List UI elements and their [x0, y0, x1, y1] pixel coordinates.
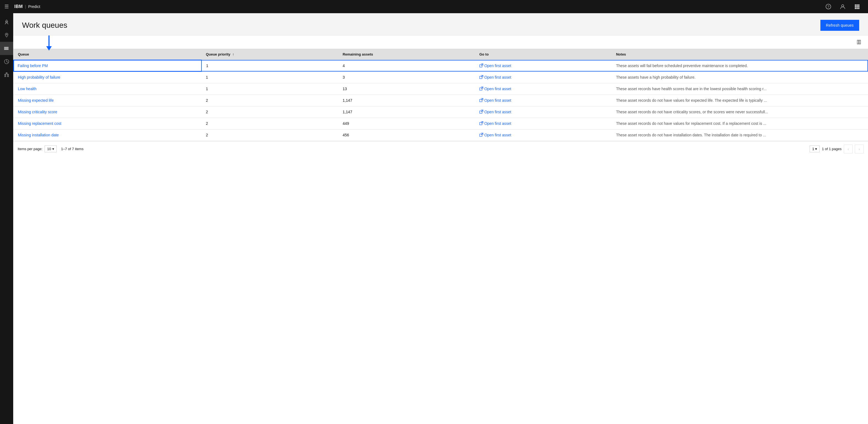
priority-cell: 1: [202, 83, 338, 95]
next-page-button[interactable]: ›: [855, 144, 864, 154]
queue-name-link[interactable]: High probability of failure: [18, 75, 60, 79]
queue-cell: High probability of failure: [13, 71, 202, 83]
table-container: Queue Queue priority ↑ Remaining assets …: [13, 35, 868, 424]
table-row: Missing replacement cost2449Open first a…: [13, 118, 868, 129]
help-icon-btn[interactable]: ?: [822, 0, 835, 13]
page-value: 1: [812, 147, 814, 151]
pagination: Items per page: 10 ▾ 1–7 of 7 items 1 ▾ …: [13, 141, 868, 157]
open-first-asset-label: Open first asset: [484, 121, 512, 126]
svg-point-13: [6, 34, 7, 35]
open-first-asset-link[interactable]: Open first asset: [479, 121, 608, 126]
open-first-asset-label: Open first asset: [484, 133, 512, 137]
notes-cell: These assets will fail before scheduled …: [612, 60, 868, 71]
open-first-asset-link[interactable]: Open first asset: [479, 98, 608, 103]
remaining-cell: 1,147: [338, 95, 475, 106]
priority-cell: 2: [202, 118, 338, 129]
svg-rect-24: [5, 76, 6, 77]
priority-cell: 2: [202, 129, 338, 141]
brand: IBM | Predict: [14, 4, 40, 9]
svg-rect-5: [858, 4, 860, 6]
column-header-queue: Queue: [13, 49, 202, 60]
open-first-asset-link[interactable]: Open first asset: [479, 110, 608, 115]
table-row: Missing criticality score21,147Open firs…: [13, 106, 868, 118]
brand-divider: |: [25, 4, 26, 9]
queue-name-link[interactable]: Failing before PM: [18, 64, 48, 68]
goto-cell: Open first asset: [475, 71, 612, 83]
notes-cell: These assets have a high probability of …: [612, 71, 868, 83]
items-per-page-control: Items per page: 10 ▾: [18, 145, 57, 152]
svg-rect-18: [4, 48, 5, 49]
pagination-right: 1 ▾ 1 of 1 pages ‹ ›: [810, 144, 864, 154]
goto-cell: Open first asset: [475, 129, 612, 141]
open-first-asset-label: Open first asset: [484, 64, 512, 68]
user-icon-btn[interactable]: [836, 0, 849, 13]
svg-rect-14: [5, 47, 8, 47]
svg-rect-8: [858, 6, 860, 7]
sort-asc-icon: ↑: [232, 52, 235, 56]
table-row: Low health113Open first assetThese asset…: [13, 83, 868, 95]
remaining-cell: 456: [338, 129, 475, 141]
prev-page-button[interactable]: ‹: [844, 144, 852, 154]
external-link-icon: [479, 110, 483, 115]
open-first-asset-link[interactable]: Open first asset: [479, 64, 608, 68]
menu-icon[interactable]: ☰: [4, 4, 9, 10]
left-sidebar: [0, 13, 13, 424]
svg-rect-25: [7, 76, 8, 77]
column-header-priority[interactable]: Queue priority ↑: [202, 49, 338, 60]
refresh-queues-button[interactable]: Refresh queues: [820, 20, 859, 31]
apps-icon-btn[interactable]: [850, 0, 864, 13]
items-per-page-chevron: ▾: [52, 147, 54, 151]
sidebar-item-location[interactable]: [0, 29, 13, 42]
priority-cell: 2: [202, 95, 338, 106]
external-link-icon: [479, 121, 483, 126]
notes-cell: These asset records do not have installa…: [612, 129, 868, 141]
remaining-cell: 4: [338, 60, 475, 71]
queue-cell: Missing expected life: [13, 95, 202, 106]
external-link-icon: [479, 98, 483, 103]
queue-name-link[interactable]: Missing criticality score: [18, 110, 57, 114]
sidebar-item-chart[interactable]: [0, 55, 13, 68]
page-select[interactable]: 1 ▾: [810, 145, 819, 152]
queue-name-link[interactable]: Missing replacement cost: [18, 121, 61, 126]
priority-cell: 1: [202, 71, 338, 83]
open-first-asset-link[interactable]: Open first asset: [479, 75, 608, 80]
pages-label: 1 of 1 pages: [822, 147, 842, 151]
svg-rect-21: [6, 73, 7, 73]
page-title: Work queues: [22, 21, 67, 30]
queue-name-link[interactable]: Missing expected life: [18, 98, 54, 103]
table-row: Missing expected life21,147Open first as…: [13, 95, 868, 106]
sidebar-item-queues[interactable]: [0, 42, 13, 55]
queue-cell: Low health: [13, 83, 202, 95]
items-per-page-label: Items per page:: [18, 147, 42, 151]
goto-cell: Open first asset: [475, 60, 612, 71]
open-first-asset-link[interactable]: Open first asset: [479, 87, 608, 91]
items-per-page-select[interactable]: 10 ▾: [44, 145, 56, 152]
svg-rect-3: [855, 4, 856, 6]
svg-rect-26: [857, 40, 859, 44]
queue-name-link[interactable]: Low health: [18, 87, 37, 91]
svg-rect-16: [5, 49, 8, 50]
open-first-asset-link[interactable]: Open first asset: [479, 133, 608, 137]
svg-rect-11: [858, 8, 860, 9]
queue-cell: Missing criticality score: [13, 106, 202, 118]
remaining-cell: 449: [338, 118, 475, 129]
remaining-cell: 13: [338, 83, 475, 95]
sidebar-item-hierarchy[interactable]: [0, 68, 13, 81]
svg-point-2: [842, 5, 844, 7]
sidebar-item-rocket[interactable]: [0, 15, 13, 29]
svg-rect-9: [855, 8, 856, 9]
svg-rect-10: [857, 8, 858, 9]
column-settings-icon[interactable]: [855, 38, 864, 46]
external-link-icon: [479, 75, 483, 80]
queue-name-link[interactable]: Missing installation date: [18, 133, 59, 137]
main-wrapper: Work queues Refresh queues: [13, 13, 868, 424]
open-first-asset-label: Open first asset: [484, 87, 512, 91]
priority-cell: 2: [202, 106, 338, 118]
brand-product: Predict: [28, 4, 40, 9]
svg-text:?: ?: [828, 5, 830, 9]
external-link-icon: [479, 133, 483, 137]
open-first-asset-label: Open first asset: [484, 110, 512, 114]
topnav: ☰ IBM | Predict ?: [0, 0, 868, 13]
svg-rect-19: [4, 49, 5, 50]
table-row: High probability of failure13Open first …: [13, 71, 868, 83]
